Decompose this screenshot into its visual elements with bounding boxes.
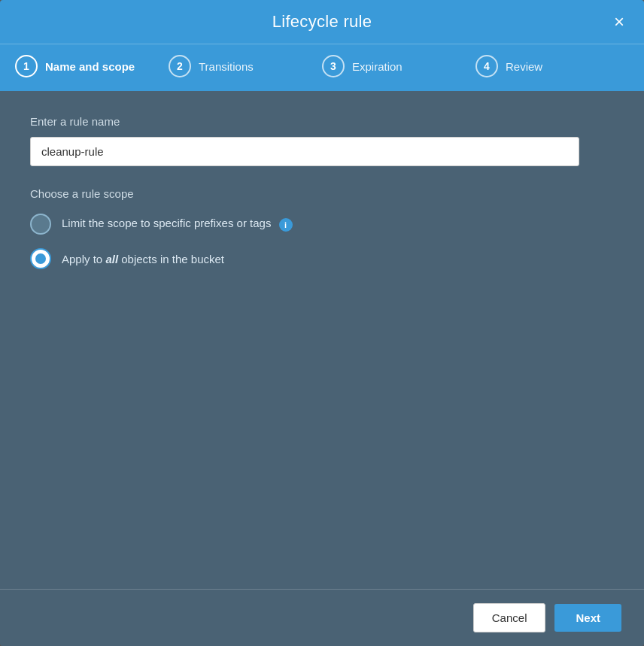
scope-all-radio-inner [35, 253, 46, 264]
scope-all-radio[interactable] [30, 248, 51, 269]
lifecycle-rule-modal: Lifecycle rule × 1 Name and scope 2 Tran… [0, 0, 644, 646]
step-1[interactable]: 1 Name and scope [15, 55, 169, 77]
step-3-label: Expiration [352, 60, 402, 73]
modal-footer: Cancel Next [0, 589, 644, 646]
step-1-label: Name and scope [45, 60, 135, 73]
modal-title: Lifecycle rule [272, 12, 372, 32]
step-4-label: Review [506, 60, 542, 73]
rule-name-label: Enter a rule name [30, 115, 614, 128]
scope-prefix-option[interactable]: Limit the scope to specific prefixes or … [30, 214, 614, 235]
scope-all-label: Apply to all objects in the bucket [62, 253, 224, 265]
scope-all-option[interactable]: Apply to all objects in the bucket [30, 248, 614, 269]
modal-content: Enter a rule name Choose a rule scope Li… [0, 91, 644, 589]
steps-bar: 1 Name and scope 2 Transitions 3 Expirat… [0, 44, 644, 91]
radio-group: Limit the scope to specific prefixes or … [30, 214, 614, 269]
step-3-circle: 3 [322, 55, 345, 77]
modal-header: Lifecycle rule × [0, 0, 644, 44]
rule-name-input[interactable] [30, 137, 579, 166]
step-3[interactable]: 3 Expiration [322, 55, 475, 77]
scope-label: Choose a rule scope [30, 187, 614, 200]
scope-prefix-label: Limit the scope to specific prefixes or … [62, 217, 293, 231]
step-2-circle: 2 [169, 55, 191, 77]
step-4-circle: 4 [475, 55, 498, 77]
step-4[interactable]: 4 Review [475, 55, 629, 77]
step-2[interactable]: 2 Transitions [169, 55, 322, 77]
scope-prefix-radio[interactable] [30, 214, 51, 235]
close-button[interactable]: × [608, 10, 630, 34]
next-button[interactable]: Next [554, 604, 621, 632]
cancel-button[interactable]: Cancel [473, 603, 546, 632]
step-2-label: Transitions [199, 60, 254, 73]
step-1-circle: 1 [15, 55, 38, 77]
info-icon[interactable]: i [279, 218, 293, 232]
